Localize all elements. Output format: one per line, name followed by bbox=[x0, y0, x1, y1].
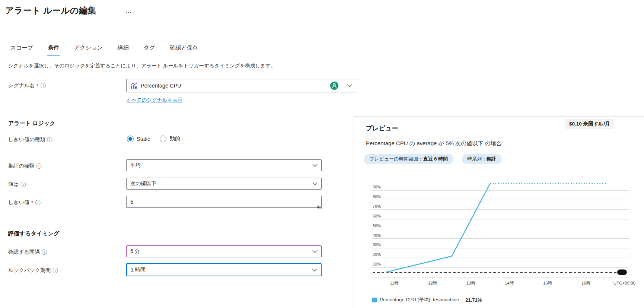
preview-card: プレビュー $0.10 米国ドル/月 Percentage CPU の aver… bbox=[354, 116, 644, 308]
svg-text:14時: 14時 bbox=[505, 281, 514, 285]
aggregation-label-row: 集計の種類 ⓘ bbox=[8, 163, 41, 169]
wizard-tabs: スコープ 条件 アクション 詳細 タグ 確認と保存 bbox=[10, 42, 199, 55]
operator-label: 値は bbox=[8, 181, 19, 188]
required-asterisk: * bbox=[31, 200, 33, 206]
operator-label-row: 値は ⓘ bbox=[8, 181, 26, 188]
info-icon[interactable]: ⓘ bbox=[47, 137, 52, 142]
frequency-value: 5 分 bbox=[130, 248, 309, 255]
tab-details[interactable]: 詳細 bbox=[117, 42, 130, 55]
preview-chart: 10%20%30%40%50%60%70%80%90%11時12時13時14時1… bbox=[358, 169, 641, 292]
condition-summary: Percentage CPU の average が 5% 次の値以下 の場合 bbox=[366, 140, 502, 147]
radio-dynamic-label: 動的 bbox=[169, 135, 180, 142]
aggregation-label: 集計の種類 bbox=[8, 163, 34, 169]
legend-color-swatch bbox=[372, 298, 377, 302]
threshold-unit: % bbox=[312, 204, 322, 210]
svg-text:UTC+09:00: UTC+09:00 bbox=[613, 281, 635, 285]
time-range-pill-value: 直近 6 時間 bbox=[423, 156, 448, 162]
threshold-type-label-row: しきい値の種類 ⓘ bbox=[8, 136, 52, 143]
threshold-input[interactable]: 5 bbox=[126, 196, 322, 208]
chevron-down-icon bbox=[312, 248, 318, 254]
chevron-down-icon bbox=[312, 181, 318, 187]
svg-text:40%: 40% bbox=[373, 233, 381, 238]
radio-static[interactable]: Static bbox=[127, 136, 150, 142]
alert-rule-edit-page: { "page": { "title": "アラート ルールの編集", "mor… bbox=[0, 0, 644, 308]
svg-text:30%: 30% bbox=[373, 242, 381, 247]
svg-text:16時: 16時 bbox=[581, 281, 591, 285]
frequency-dropdown[interactable]: 5 分 bbox=[126, 245, 322, 257]
svg-text:13時: 13時 bbox=[466, 281, 476, 285]
info-icon[interactable]: ⓘ bbox=[35, 200, 40, 205]
lookback-dropdown[interactable]: 1 時間 bbox=[126, 263, 322, 276]
radio-static-label: Static bbox=[137, 136, 150, 142]
info-icon[interactable]: ⓘ bbox=[20, 182, 26, 187]
lookback-label: ルックバック期間 bbox=[8, 267, 51, 274]
more-options-button[interactable]: … bbox=[125, 7, 133, 15]
svg-text:20%: 20% bbox=[373, 252, 381, 257]
operator-dropdown[interactable]: 次の値以下 bbox=[126, 178, 322, 190]
svg-text:15時: 15時 bbox=[543, 281, 552, 285]
signal-name-label: シグナル名 bbox=[8, 82, 35, 89]
suggested-signal-badge-icon bbox=[330, 81, 339, 90]
radio-dot bbox=[127, 136, 134, 142]
series-mode-pill: 時系列：集計 bbox=[462, 154, 502, 164]
aggregation-value: 平均 bbox=[130, 162, 309, 169]
signal-combobox[interactable]: Percentage CPU bbox=[126, 79, 356, 92]
chevron-down-icon bbox=[312, 267, 317, 273]
tab-condition[interactable]: 条件 bbox=[47, 42, 60, 55]
time-range-pill: プレビューの時間範囲：直近 6 時間 bbox=[364, 154, 453, 164]
threshold-type-radio-group: Static 動的 bbox=[127, 135, 180, 142]
threshold-label: しきい値 bbox=[8, 199, 29, 206]
svg-text:90%: 90% bbox=[373, 185, 381, 189]
svg-text:70%: 70% bbox=[373, 204, 381, 209]
signal-value: Percentage CPU bbox=[141, 83, 330, 89]
show-all-signals-link[interactable]: すべてのシグナルを表示 bbox=[126, 97, 182, 104]
time-range-pill-label: プレビューの時間範囲： bbox=[369, 156, 423, 162]
chevron-down-icon bbox=[312, 162, 318, 168]
lookback-label-row: ルックバック期間 ⓘ bbox=[8, 267, 58, 274]
price-badge: $0.10 米国ドル/月 bbox=[565, 119, 613, 129]
signal-name-label-row: シグナル名 * ⓘ bbox=[8, 82, 46, 89]
svg-text:50%: 50% bbox=[373, 223, 381, 228]
series-mode-pill-value: 集計 bbox=[487, 156, 496, 162]
operator-value: 次の値以下 bbox=[130, 180, 309, 187]
info-icon[interactable]: ⓘ bbox=[41, 83, 46, 88]
radio-dynamic[interactable]: 動的 bbox=[160, 135, 180, 142]
preview-title: プレビュー bbox=[366, 124, 398, 133]
svg-text:10%: 10% bbox=[373, 262, 381, 266]
intro-text: シグナルを選択し、そのロジックを定義することにより、アラート ルールをトリガーす… bbox=[8, 63, 275, 69]
chevron-down-icon bbox=[347, 83, 352, 89]
threshold-type-label: しきい値の種類 bbox=[8, 136, 45, 143]
metric-chart-icon bbox=[130, 82, 137, 89]
svg-text:12時: 12時 bbox=[428, 281, 437, 285]
aggregation-dropdown[interactable]: 平均 bbox=[126, 159, 322, 171]
svg-text:60%: 60% bbox=[373, 214, 381, 218]
chart-legend: Percentage CPU (平均), testmachine 21.71% bbox=[372, 296, 482, 303]
tab-actions[interactable]: アクション bbox=[73, 42, 103, 55]
svg-text:80%: 80% bbox=[373, 194, 381, 199]
series-mode-pill-label: 時系列： bbox=[467, 156, 487, 162]
required-asterisk: * bbox=[36, 83, 38, 89]
evaluation-heading: 評価するタイミング bbox=[8, 230, 59, 237]
threshold-value: 5 bbox=[130, 199, 318, 205]
threshold-label-row: しきい値 * ⓘ bbox=[8, 199, 40, 206]
legend-series-label: Percentage CPU (平均), testmachine bbox=[380, 296, 459, 303]
info-icon[interactable]: ⓘ bbox=[36, 163, 41, 169]
info-icon[interactable]: ⓘ bbox=[42, 250, 47, 255]
legend-separator bbox=[462, 297, 462, 303]
lookback-value: 1 時間 bbox=[131, 267, 309, 273]
radio-dot bbox=[160, 136, 166, 142]
page-title: アラート ルールの編集 bbox=[5, 5, 96, 16]
svg-text:11時: 11時 bbox=[390, 281, 399, 285]
threshold-drag-handle[interactable] bbox=[617, 270, 627, 275]
frequency-label: 確認する間隔 bbox=[8, 249, 40, 255]
tab-scope[interactable]: スコープ bbox=[10, 42, 34, 55]
tab-review-save[interactable]: 確認と保存 bbox=[169, 42, 199, 55]
legend-current-value: 21.71% bbox=[465, 297, 482, 303]
frequency-label-row: 確認する間隔 ⓘ bbox=[8, 249, 47, 255]
info-icon[interactable]: ⓘ bbox=[52, 268, 58, 273]
alert-logic-heading: アラート ロジック bbox=[8, 120, 55, 127]
preview-pills: プレビューの時間範囲：直近 6 時間 時系列：集計 bbox=[364, 154, 502, 164]
tab-tags[interactable]: タグ bbox=[143, 42, 156, 55]
